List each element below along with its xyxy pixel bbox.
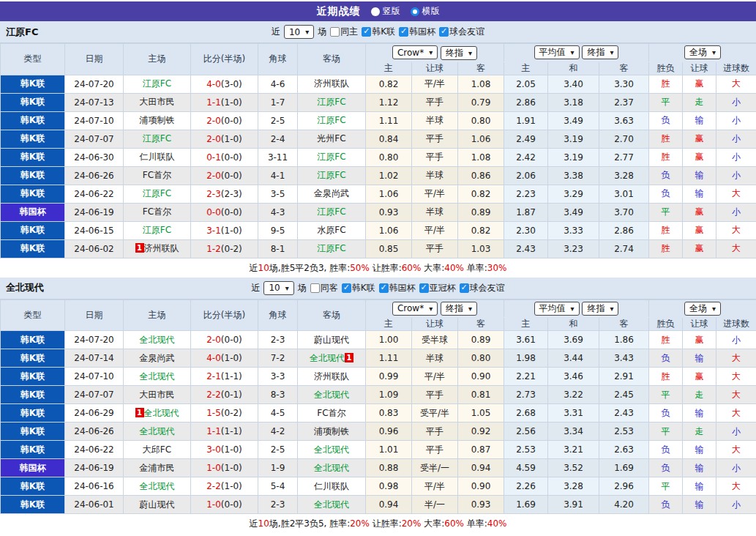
- odds-company-select[interactable]: Crow*: [392, 302, 438, 316]
- team-name-link[interactable]: 全北现代: [310, 353, 345, 363]
- league-filter[interactable]: 亚冠杯: [419, 282, 456, 294]
- team-name-link[interactable]: 蔚山现代: [314, 335, 349, 345]
- result-group-header: 全场: [649, 299, 756, 318]
- recent-count-select[interactable]: 10: [284, 25, 314, 39]
- league-filter[interactable]: 韩K联: [362, 26, 395, 38]
- games-label: 场: [318, 26, 326, 38]
- score-cell: 3-0(1-0): [191, 441, 258, 459]
- odds-handicap-cell: 受半球: [412, 331, 458, 349]
- date-cell: 24-07-20: [65, 331, 124, 349]
- league-checkbox[interactable]: [460, 283, 469, 293]
- team-name-link[interactable]: 全北现代: [140, 481, 175, 491]
- avg-time-select[interactable]: 终指: [582, 45, 618, 59]
- team-name-link[interactable]: 济州联队: [144, 243, 179, 253]
- team-name-link[interactable]: 浦项制铁: [140, 115, 175, 125]
- same-venue-filter[interactable]: 同主: [330, 26, 358, 38]
- league-filter[interactable]: 韩K联: [342, 282, 375, 294]
- team-name-link[interactable]: 全北现代: [314, 444, 349, 455]
- match-type-cell: 韩K联: [1, 331, 65, 349]
- league-filter[interactable]: 韩国杯: [399, 26, 435, 38]
- avg-home-cell: 1.91: [504, 111, 548, 130]
- team-name-link[interactable]: FC首尔: [143, 206, 171, 217]
- team-name-link[interactable]: 江原FC: [317, 170, 345, 180]
- team-name-link[interactable]: 全北现代: [140, 426, 175, 436]
- result-goals-cell: 小: [716, 148, 756, 166]
- scope-select[interactable]: 全场: [684, 302, 721, 316]
- team-name-link[interactable]: 江原FC: [317, 152, 345, 162]
- league-filter[interactable]: 球会友谊: [439, 26, 484, 38]
- radio-vertical-layout[interactable]: 竖版: [371, 5, 400, 18]
- team-name-link[interactable]: 仁川联队: [140, 152, 175, 162]
- team-name-link[interactable]: 金泉尚武: [140, 353, 175, 363]
- team-name-link[interactable]: 蔚山现代: [140, 499, 175, 510]
- radio-checked-icon[interactable]: [411, 7, 419, 16]
- odds-handicap-cell: 半球: [412, 111, 458, 130]
- odds-home-cell: 1.01: [366, 441, 412, 459]
- team-name-link[interactable]: 江原FC: [143, 225, 171, 235]
- team-name-link[interactable]: 江原FC: [317, 206, 345, 217]
- team-name-link[interactable]: 仁川联队: [314, 481, 349, 491]
- team-name-link[interactable]: 大邱FC: [143, 444, 171, 455]
- corner-cell: 8-1: [258, 239, 298, 258]
- odds-company-select[interactable]: Crow*: [392, 45, 438, 59]
- same-venue-checkbox[interactable]: [310, 283, 320, 293]
- league-checkbox[interactable]: [379, 283, 389, 293]
- team-name-link[interactable]: 江原FC: [317, 97, 345, 107]
- avg-type-select[interactable]: 平均值: [534, 302, 580, 316]
- league-filter[interactable]: 韩国杯: [379, 282, 416, 294]
- result-outcome-cell: 平: [649, 423, 683, 441]
- away-team-cell: 蔚山现代: [298, 331, 366, 349]
- team-name-link[interactable]: 江原FC: [317, 115, 345, 125]
- date-cell: 24-06-02: [65, 239, 124, 258]
- result-goals-cell: 大: [716, 239, 756, 258]
- league-filter[interactable]: 球会友谊: [460, 282, 505, 294]
- radio-unchecked-icon[interactable]: [371, 7, 380, 16]
- team-name-link[interactable]: 江原FC: [317, 243, 345, 253]
- team-name-link[interactable]: 浦项制铁: [314, 426, 349, 436]
- team-name-link[interactable]: 全北现代: [314, 499, 349, 510]
- team-name-link[interactable]: 全北现代: [144, 408, 179, 418]
- league-checkbox[interactable]: [439, 27, 449, 37]
- team-name-link[interactable]: 全北现代: [140, 335, 175, 345]
- recent-count-select[interactable]: 10: [263, 281, 293, 295]
- avg-type-select[interactable]: 平均值: [534, 45, 580, 59]
- sub-column-header: 胜负: [649, 62, 683, 75]
- league-checkbox[interactable]: [362, 27, 371, 37]
- same-venue-filter[interactable]: 同客: [310, 282, 338, 294]
- team-name-link[interactable]: 济州联队: [314, 78, 349, 89]
- result-handicap-cell: 输: [683, 404, 716, 423]
- team-name-link[interactable]: FC首尔: [143, 170, 171, 180]
- team-name-link[interactable]: 全北现代: [140, 371, 175, 381]
- league-checkbox[interactable]: [342, 283, 351, 293]
- team-name-link[interactable]: 江原FC: [143, 133, 171, 144]
- avg-time-select[interactable]: 终指: [582, 302, 618, 316]
- odds-handicap-cell: 平/半: [412, 185, 458, 203]
- scope-select[interactable]: 全场: [684, 45, 721, 59]
- team-name-link[interactable]: 全北现代: [314, 463, 349, 473]
- team-name-link[interactable]: 江原FC: [143, 78, 171, 89]
- result-handicap-cell: 走: [683, 386, 716, 404]
- team-name-link[interactable]: 金浦市民: [140, 463, 175, 473]
- team-name-link[interactable]: 金泉尚武: [314, 188, 349, 198]
- date-cell: 24-06-15: [65, 221, 124, 239]
- recent-label: 近: [272, 26, 280, 38]
- team-name-link[interactable]: FC首尔: [317, 408, 345, 418]
- column-header: 类型: [1, 299, 65, 331]
- odds-time-select[interactable]: 终指: [441, 302, 477, 316]
- team-name-link[interactable]: 全北现代: [314, 390, 349, 400]
- team-name-link[interactable]: 大田市民: [140, 390, 175, 400]
- team-name-link[interactable]: 大田市民: [140, 97, 175, 107]
- odds-home-cell: 0.84: [366, 130, 412, 148]
- odds-time-select[interactable]: 终指: [441, 46, 477, 60]
- result-goals-cell: 小: [716, 331, 756, 349]
- same-venue-checkbox[interactable]: [330, 27, 340, 37]
- radio-horizontal-layout[interactable]: 横版: [411, 5, 440, 18]
- league-checkbox[interactable]: [419, 283, 429, 293]
- team-name-link[interactable]: 江原FC: [143, 188, 171, 198]
- team-name-link[interactable]: 济州联队: [314, 371, 349, 381]
- result-handicap-cell: 输: [683, 496, 716, 514]
- sub-column-header: 主: [504, 62, 548, 75]
- team-name-link[interactable]: 水原FC: [317, 225, 345, 235]
- team-name-link[interactable]: 光州FC: [317, 133, 345, 144]
- league-checkbox[interactable]: [399, 27, 408, 37]
